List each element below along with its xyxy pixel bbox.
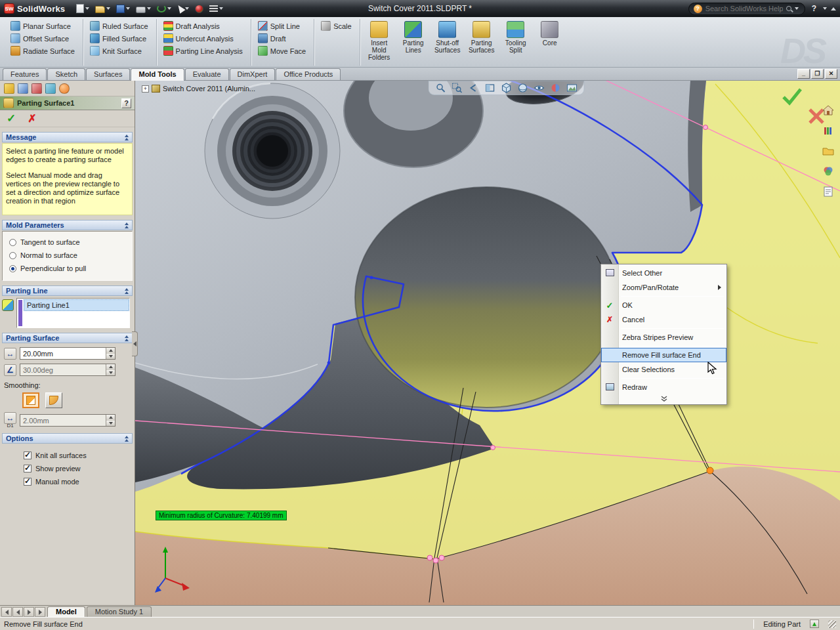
spin-up-icon[interactable] [106,348,115,354]
smoothing-sharp-button[interactable] [22,392,39,408]
property-manager-tab-icon[interactable] [18,83,28,94]
last-tab-button[interactable] [35,607,45,617]
tab-model[interactable]: Model [47,606,85,617]
pm-ok-button[interactable]: ✓ [7,112,16,125]
dimxpert-manager-tab-icon[interactable] [45,83,56,94]
preview-vertex-marker[interactable] [433,558,438,563]
help-dropdown-caret[interactable] [823,7,827,10]
menu-item-zebra-stripes-preview[interactable]: Zebra Stripes Preview [601,330,726,345]
new-dropdown-caret[interactable] [85,7,89,10]
parting-surfaces-button[interactable]: Parting Surfaces [465,20,498,65]
spin-up-icon[interactable] [106,415,115,421]
preview-vertex-marker[interactable] [439,555,444,560]
pm-cancel-button[interactable]: ✗ [28,112,36,125]
design-library-icon[interactable] [820,123,836,138]
smooth-distance-value[interactable]: 2.00mm [20,417,106,425]
surface-angle-spinbox[interactable]: 30.00deg [20,364,116,376]
zoom-area-icon[interactable] [452,83,463,93]
spinner-buttons[interactable] [106,415,115,426]
undo-dropdown-caret[interactable] [167,7,171,10]
shut-off-surfaces-button[interactable]: Shut-off Surfaces [431,20,464,65]
radio-normal-to-surface[interactable]: Normal to surface [9,249,129,262]
pm-help-button[interactable]: ? [121,98,131,108]
edit-appearance-icon[interactable] [551,83,561,93]
spin-down-icon[interactable] [106,370,115,376]
parting-line-analysis-button[interactable]: Parting Line Analysis [161,45,245,56]
menu-item-zoom-pan-rotate[interactable]: Zoom/Pan/Rotate [601,280,726,295]
spin-down-icon[interactable] [106,421,115,427]
undo-button[interactable] [155,3,173,14]
resize-grip[interactable] [828,620,836,628]
parting-line-list-item[interactable]: Parting Line1 [24,299,129,311]
search-box[interactable]: ? [688,3,805,15]
message-section-header[interactable]: Message [2,132,133,142]
tab-dimxpert[interactable]: DimXpert [230,68,276,80]
previous-view-icon[interactable] [469,83,479,93]
checkbox-manual-mode[interactable]: Manual mode [24,475,129,488]
tab-office-products[interactable]: Office Products [276,68,341,80]
spinner-buttons[interactable] [106,364,115,375]
first-tab-button[interactable] [1,607,12,617]
scale-button[interactable]: Scale [318,20,354,32]
preview-vertex-marker[interactable] [427,555,432,560]
parting-line-vertex[interactable] [370,276,373,280]
minimize-button[interactable]: _ [797,69,810,79]
open-dropdown-caret[interactable] [106,7,110,10]
parting-line-vertex[interactable] [327,362,331,365]
draft-analysis-button[interactable]: Draft Analysis [161,20,245,32]
radio-icon-selected[interactable] [9,265,16,272]
checkbox-icon-checked[interactable] [24,478,32,486]
checkbox-icon-checked[interactable] [24,465,32,472]
surface-distance-value[interactable]: 20.00mm [20,350,106,358]
feature-tree-root-label[interactable]: Switch Cover 2011 (Alumin... [163,85,255,93]
radio-icon[interactable] [9,252,16,259]
surface-angle-value[interactable]: 30.00deg [20,366,106,374]
rebuild-button[interactable] [193,3,205,14]
radio-icon[interactable] [9,239,16,246]
confirm-ok-mark[interactable] [781,86,803,107]
menu-expand-chevron[interactable] [601,394,726,403]
apply-scene-icon[interactable] [567,83,578,93]
split-line-button[interactable]: Split Line [255,20,308,32]
search-icon[interactable] [786,6,791,11]
custom-properties-icon[interactable] [820,184,836,199]
core-button[interactable]: Core [534,20,566,65]
print-dropdown-caret[interactable] [147,7,151,10]
menu-item-cancel[interactable]: ✗ Cancel [601,312,726,327]
restore-button[interactable]: ❐ [811,69,824,79]
spin-up-icon[interactable] [106,364,115,370]
smoothing-smooth-button[interactable] [45,392,62,408]
feature-tree-root[interactable]: + Switch Cover 2011 (Alumin... [142,85,255,93]
filled-surface-button[interactable]: Filled Surface [87,33,151,44]
save-dropdown-caret[interactable] [126,7,130,10]
new-document-button[interactable] [74,3,91,14]
search-scope-caret[interactable] [795,7,799,10]
options-dropdown-caret[interactable] [219,7,223,10]
feature-manager-tab-icon[interactable] [4,83,14,94]
graphics-viewport[interactable]: + Switch Cover 2011 (Alumin... Minimum r… [135,81,840,605]
hide-show-items-icon[interactable] [534,83,545,93]
radio-perpendicular-to-pull[interactable]: Perpendicular to pull [9,262,129,275]
model-3d-view[interactable] [135,81,840,605]
tooling-split-button[interactable]: Tooling Split [499,20,532,65]
undercut-analysis-button[interactable]: Undercut Analysis [161,33,245,44]
select-dropdown-caret[interactable] [185,7,189,10]
configuration-manager-tab-icon[interactable] [32,83,42,94]
planar-surface-button[interactable]: Planar Surface [8,20,77,32]
spin-down-icon[interactable] [106,354,115,360]
radiate-surface-button[interactable]: Radiate Surface [8,45,77,56]
open-button[interactable] [93,3,112,14]
tree-expand-icon[interactable]: + [142,85,149,93]
surface-distance-spinbox[interactable]: 20.00mm [20,347,116,360]
view-orientation-icon[interactable] [501,83,512,93]
checkbox-icon-checked[interactable] [24,452,32,459]
preview-vertex-marker[interactable] [704,125,708,130]
offset-surface-button[interactable]: Offset Surface [8,33,77,44]
tab-sketch[interactable]: Sketch [47,68,85,80]
parting-line-listbox[interactable]: Parting Line1 [16,298,130,328]
previous-tab-button[interactable] [12,607,23,617]
checkbox-show-preview[interactable]: Show preview [24,462,129,475]
preview-vertex-marker[interactable] [491,446,495,450]
parting-line-section-header[interactable]: Parting Line [2,285,133,296]
next-tab-button[interactable] [24,607,34,617]
